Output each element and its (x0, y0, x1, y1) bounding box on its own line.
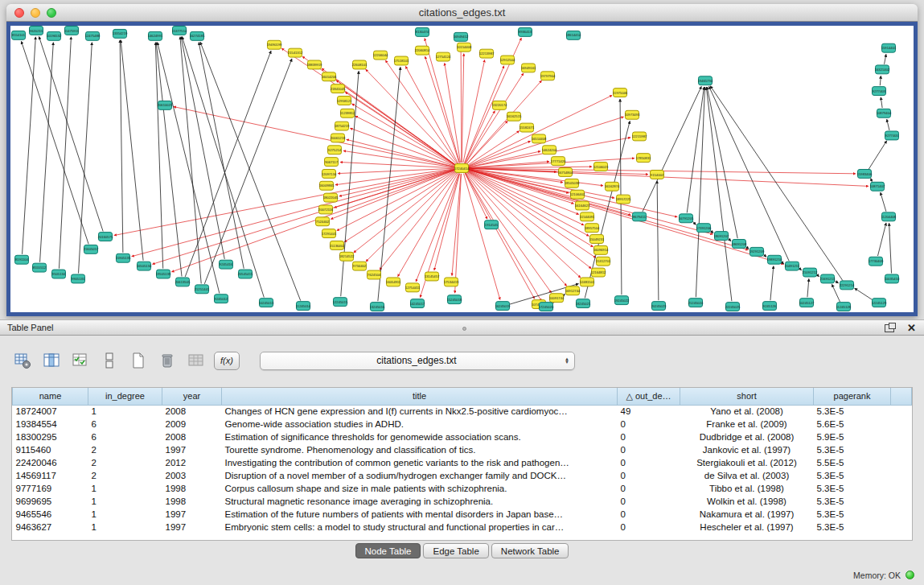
graph-edge[interactable] (155, 43, 162, 269)
graph-edge[interactable] (643, 86, 701, 212)
graph-edge[interactable] (59, 37, 71, 269)
graph-node[interactable]: 20491211 (785, 262, 800, 270)
graph-node[interactable]: 18957504 (585, 224, 600, 233)
column-header-in-degree[interactable]: in_degree (88, 388, 162, 405)
graph-node[interactable]: 17534419 (444, 278, 459, 286)
graph-edge[interactable] (687, 87, 704, 212)
graph-node[interactable]: 12213987 (479, 49, 495, 58)
graph-node[interactable]: 16791205 (679, 214, 694, 223)
float-panel-icon[interactable] (885, 323, 896, 332)
graph-node[interactable]: 16054911 (386, 278, 401, 286)
table-row[interactable]: 969969511998Structural magnetic resonanc… (13, 495, 912, 508)
graph-node[interactable]: 20610025 (158, 101, 173, 109)
delete-column-button[interactable] (156, 350, 178, 371)
graph-node[interactable]: 8679411 (633, 212, 647, 221)
graph-edge[interactable] (887, 119, 889, 130)
graph-edge[interactable] (880, 76, 881, 85)
cell-pagerank[interactable]: 5.3E-5 (814, 521, 891, 534)
cell-out_degree[interactable]: 0 (618, 521, 680, 534)
graph-node[interactable]: 12106402 (570, 190, 585, 199)
graph-node[interactable]: 10973493 (625, 110, 640, 119)
cell-out_degree[interactable]: 0 (618, 456, 680, 469)
graph-node[interactable]: 17730409 (869, 257, 884, 266)
graph-node[interactable]: 13145457 (425, 272, 440, 281)
cell-year[interactable]: 1998 (162, 482, 222, 495)
network-file-select[interactable]: citations_edges.txt ▲▼ (260, 352, 575, 370)
graph-node[interactable]: 21541312 (288, 48, 303, 57)
cell-year[interactable]: 1997 (162, 521, 222, 534)
cell-short[interactable]: Yano et al. (2008) (680, 405, 814, 418)
network-canvas[interactable]: 1724041419490199215413121883991916014206… (10, 26, 914, 312)
graph-edge[interactable] (462, 54, 464, 163)
graph-edge[interactable] (180, 37, 201, 284)
graph-edge[interactable] (354, 171, 456, 253)
graph-edge[interactable] (877, 223, 886, 256)
graph-node[interactable]: 10196532 (47, 31, 62, 40)
graph-node[interactable]: 18245021 (576, 299, 591, 308)
cell-pagerank[interactable]: 5.3E-5 (814, 443, 891, 456)
graph-edge[interactable] (464, 66, 503, 163)
graph-node[interactable]: 16505134 (137, 262, 152, 270)
graph-node[interactable]: 17850831 (636, 154, 651, 163)
graph-node[interactable]: 12106023 (593, 163, 609, 171)
graph-node[interactable]: 19465794 (698, 76, 713, 85)
graph-edge[interactable] (344, 171, 455, 242)
cell-title[interactable]: Corpus callosum shape and size in male p… (222, 482, 618, 495)
graph-edge[interactable] (657, 181, 659, 300)
graph-node[interactable]: 12245129 (872, 299, 887, 307)
graph-node[interactable]: 21091212 (803, 268, 818, 277)
graph-edge[interactable] (889, 223, 892, 273)
graph-node[interactable]: 9245012 (215, 295, 228, 303)
graph-node[interactable]: 19505139 (156, 270, 171, 278)
cell-year[interactable]: 2012 (162, 456, 222, 469)
cell-name[interactable]: 9699695 (13, 495, 88, 508)
graph-edge[interactable] (23, 37, 36, 254)
cell-title[interactable]: Estimation of the future numbers of pati… (222, 508, 618, 521)
graph-edge[interactable] (434, 174, 460, 270)
graph-edge[interactable] (885, 54, 886, 64)
table-row[interactable]: 1830029562008Estimation of significance … (13, 431, 912, 443)
cell-year[interactable]: 1997 (162, 508, 222, 521)
graph-edge[interactable] (199, 43, 244, 269)
graph-node[interactable]: 9620215 (30, 26, 43, 35)
graph-node[interactable]: 20545415 (238, 270, 253, 278)
graph-node[interactable]: 9275214 (328, 146, 342, 154)
close-panel-icon[interactable]: ✕ (907, 323, 916, 333)
cell-short[interactable]: Franke et al. (2009) (680, 418, 814, 431)
graph-edge[interactable] (465, 173, 487, 219)
graph-edge[interactable] (380, 172, 457, 270)
cell-title[interactable]: Genome-wide association studies in ADHD. (222, 418, 618, 431)
graph-node[interactable]: 10245127 (799, 299, 815, 307)
graph-node[interactable]: 12097134 (322, 169, 337, 178)
graph-node[interactable]: 16014206 (322, 72, 337, 81)
column-header-out-degree[interactable]: △ out_de… (618, 388, 680, 405)
graph-edge[interactable] (345, 92, 455, 165)
cell-name[interactable]: 18300295 (13, 431, 88, 443)
cell-title[interactable]: Disruption of a novel member of a sodium… (222, 469, 618, 482)
cell-title[interactable]: Changes of HCN gene expression and I(f) … (222, 405, 618, 418)
graph-node[interactable]: 11204408 (881, 212, 897, 221)
graph-edge[interactable] (855, 288, 873, 300)
graph-edge[interactable] (355, 116, 455, 166)
cell-in_degree[interactable]: 2 (88, 469, 162, 482)
graph-node[interactable]: 19797904 (540, 72, 556, 80)
graph-node[interactable]: 16754804 (558, 168, 573, 177)
graph-node[interactable]: 12754411 (405, 283, 421, 292)
minimize-window-button[interactable] (31, 8, 40, 18)
cell-in_degree[interactable]: 6 (88, 431, 162, 443)
graph-node[interactable]: 9154002 (651, 170, 664, 179)
graph-node[interactable]: 12958121 (337, 97, 352, 105)
graph-node[interactable]: 17518101 (394, 56, 409, 65)
column-header-year[interactable]: year (162, 388, 222, 405)
table-row[interactable]: 1456911722003Disruption of a novel membe… (13, 469, 912, 482)
cell-short[interactable]: Wolkin et al. (1998) (680, 495, 814, 508)
graph-node[interactable]: 8191104 (15, 255, 29, 264)
graph-node[interactable]: 10245013 (259, 299, 274, 307)
graph-node[interactable]: 12245015 (333, 298, 348, 307)
graph-node[interactable]: 10871407 (870, 182, 885, 191)
graph-node[interactable]: 9505134 (52, 270, 66, 278)
graph-edge[interactable] (200, 42, 301, 300)
graph-node[interactable]: 15983406 (857, 169, 873, 178)
graph-node[interactable]: 13220174 (492, 101, 507, 109)
cell-pagerank[interactable]: 5.3E-5 (814, 482, 891, 495)
